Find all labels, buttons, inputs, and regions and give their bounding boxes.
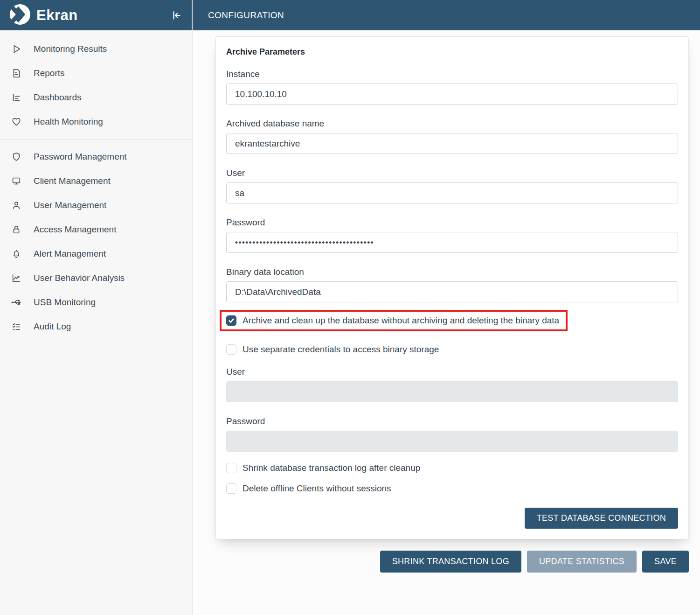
instance-input[interactable] bbox=[226, 84, 678, 105]
sidebar-item-label: Alert Management bbox=[34, 249, 106, 259]
user-field-group: User bbox=[226, 168, 678, 203]
sidebar-item-monitoring-results[interactable]: Monitoring Results bbox=[0, 37, 192, 61]
bell-icon bbox=[10, 248, 22, 260]
binary-location-label: Binary data location bbox=[226, 267, 678, 277]
ekran-logo-icon bbox=[9, 4, 31, 27]
sidebar-item-client-management[interactable]: Client Management bbox=[0, 169, 192, 193]
sidebar-item-label: Password Management bbox=[34, 152, 127, 162]
separate-user-label: User bbox=[226, 367, 678, 377]
sidebar-item-usb-monitoring[interactable]: USB Monitoring bbox=[0, 290, 192, 314]
sidebar-item-label: User Behavior Analysis bbox=[34, 273, 125, 283]
separate-password-label: Password bbox=[226, 416, 678, 426]
sidebar-item-label: Dashboards bbox=[34, 92, 81, 103]
user-icon bbox=[10, 199, 22, 211]
sidebar-collapse-icon[interactable] bbox=[169, 8, 183, 22]
sidebar-item-label: User Management bbox=[34, 200, 106, 210]
test-database-connection-button[interactable]: TEST DATABASE CONNECTION bbox=[525, 508, 678, 529]
archive-parameters-card: Archive Parameters Instance Archived dat… bbox=[215, 36, 689, 539]
sidebar: Ekran Monitoring Results bbox=[0, 0, 193, 615]
line-chart-icon bbox=[10, 272, 22, 284]
sidebar-item-user-management[interactable]: User Management bbox=[0, 193, 192, 217]
sidebar-item-user-behavior-analysis[interactable]: User Behavior Analysis bbox=[0, 266, 192, 290]
sidebar-item-access-management[interactable]: Access Management bbox=[0, 217, 192, 242]
sidebar-item-label: Client Management bbox=[34, 176, 111, 186]
instance-label: Instance bbox=[226, 69, 678, 79]
sidebar-item-reports[interactable]: Reports bbox=[0, 61, 192, 85]
sidebar-item-label: Reports bbox=[34, 68, 65, 78]
separate-credentials-checkbox[interactable] bbox=[226, 344, 236, 355]
sidebar-item-label: Health Monitoring bbox=[34, 117, 103, 127]
sidebar-item-label: USB Monitoring bbox=[34, 297, 96, 308]
sidebar-item-label: Monitoring Results bbox=[34, 44, 107, 54]
lock-icon bbox=[10, 224, 22, 236]
ekran-logo: Ekran bbox=[9, 4, 78, 27]
archived-db-label: Archived database name bbox=[226, 119, 678, 129]
separate-password-field-group: Password bbox=[226, 416, 678, 452]
shrink-log-label: Shrink database transaction log after cl… bbox=[243, 463, 420, 473]
bar-chart-icon bbox=[10, 91, 22, 104]
separate-user-input bbox=[226, 381, 678, 402]
archive-cleanup-label: Archive and clean up the database withou… bbox=[243, 315, 559, 326]
document-icon bbox=[10, 67, 22, 79]
content-area: Archive Parameters Instance Archived dat… bbox=[193, 30, 700, 573]
delete-offline-checkbox[interactable] bbox=[226, 483, 236, 494]
binary-location-input[interactable] bbox=[226, 281, 678, 302]
usb-icon bbox=[10, 296, 22, 308]
app-root: Ekran Monitoring Results bbox=[0, 0, 700, 615]
main-area: CONFIGURATION Archive Parameters Instanc… bbox=[193, 0, 700, 615]
highlight-annotation-box: Archive and clean up the database withou… bbox=[220, 310, 568, 331]
shield-icon bbox=[10, 151, 22, 163]
sidebar-nav: Monitoring Results Reports Dashboards He… bbox=[0, 30, 192, 339]
password-input[interactable] bbox=[226, 232, 678, 253]
sidebar-item-password-management[interactable]: Password Management bbox=[0, 145, 192, 169]
monitor-icon bbox=[10, 175, 22, 187]
shrink-log-checkbox[interactable] bbox=[226, 463, 236, 473]
separate-user-field-group: User bbox=[226, 367, 678, 402]
archived-db-field-group: Archived database name bbox=[226, 119, 678, 154]
page-title: CONFIGURATION bbox=[208, 10, 284, 21]
sidebar-item-alert-management[interactable]: Alert Management bbox=[0, 242, 192, 266]
user-label: User bbox=[226, 168, 678, 178]
test-connection-row: TEST DATABASE CONNECTION bbox=[226, 508, 678, 529]
separate-credentials-label: Use separate credentials to access binar… bbox=[243, 344, 439, 355]
card-title: Archive Parameters bbox=[226, 47, 678, 57]
separate-credentials-row: Use separate credentials to access binar… bbox=[226, 344, 678, 355]
sidebar-item-label: Access Management bbox=[34, 224, 116, 235]
sidebar-item-audit-log[interactable]: Audit Log bbox=[0, 314, 192, 339]
password-field-group: Password bbox=[226, 217, 678, 253]
shrink-transaction-log-button[interactable]: SHRINK TRANSACTION LOG bbox=[380, 551, 521, 573]
bottom-actions-row: SHRINK TRANSACTION LOG UPDATE STATISTICS… bbox=[215, 551, 689, 573]
archive-cleanup-row: Archive and clean up the database withou… bbox=[226, 315, 559, 326]
logo-text: Ekran bbox=[36, 7, 78, 24]
play-icon bbox=[10, 43, 22, 55]
archived-db-input[interactable] bbox=[226, 133, 678, 154]
save-button[interactable]: SAVE bbox=[642, 551, 689, 573]
update-statistics-button[interactable]: UPDATE STATISTICS bbox=[527, 551, 637, 573]
sidebar-item-label: Audit Log bbox=[34, 321, 71, 332]
checklist-icon bbox=[10, 321, 22, 333]
user-input[interactable] bbox=[226, 182, 678, 203]
instance-field-group: Instance bbox=[226, 69, 678, 105]
heart-icon bbox=[10, 116, 22, 128]
shrink-log-row: Shrink database transaction log after cl… bbox=[226, 463, 678, 473]
sidebar-divider bbox=[0, 140, 192, 140]
sidebar-item-health-monitoring[interactable]: Health Monitoring bbox=[0, 110, 192, 134]
top-bar: CONFIGURATION bbox=[193, 0, 700, 30]
sidebar-header: Ekran bbox=[0, 0, 192, 30]
separate-password-input bbox=[226, 431, 678, 452]
delete-offline-label: Delete offline Clients without sessions bbox=[243, 483, 391, 494]
password-label: Password bbox=[226, 217, 678, 228]
delete-offline-row: Delete offline Clients without sessions bbox=[226, 483, 678, 494]
archive-cleanup-checkbox[interactable] bbox=[226, 315, 236, 326]
binary-location-field-group: Binary data location bbox=[226, 267, 678, 302]
sidebar-item-dashboards[interactable]: Dashboards bbox=[0, 85, 192, 110]
